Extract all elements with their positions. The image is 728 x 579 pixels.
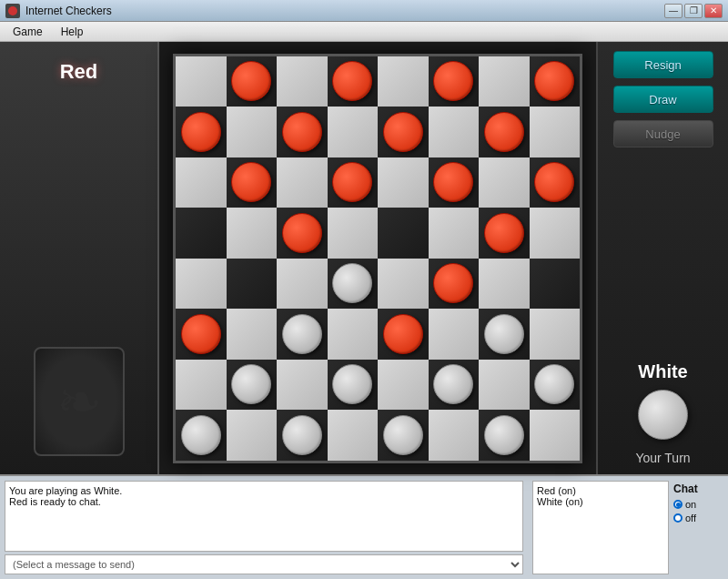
piece-red-1-2[interactable] xyxy=(282,112,322,152)
piece-white-7-4[interactable] xyxy=(383,415,423,455)
cell-7-1[interactable] xyxy=(227,410,278,461)
cell-2-2[interactable] xyxy=(277,157,328,208)
cell-2-4[interactable] xyxy=(378,157,429,208)
cell-0-6[interactable] xyxy=(479,56,530,107)
nudge-button[interactable]: Nudge xyxy=(613,120,713,147)
piece-white-5-2[interactable] xyxy=(282,314,322,354)
piece-red-2-3[interactable] xyxy=(332,162,372,202)
piece-red-5-0[interactable] xyxy=(181,314,221,354)
cell-6-0[interactable] xyxy=(176,360,227,411)
cell-1-3[interactable] xyxy=(328,107,379,157)
cell-3-2[interactable] xyxy=(277,208,328,259)
cell-4-0[interactable] xyxy=(176,259,227,310)
chat-off-radio[interactable] xyxy=(673,513,682,523)
piece-red-1-4[interactable] xyxy=(383,112,423,152)
cell-1-0[interactable] xyxy=(176,107,227,157)
piece-white-7-2[interactable] xyxy=(282,415,322,455)
cell-1-4[interactable] xyxy=(378,107,429,157)
cell-3-7[interactable] xyxy=(530,208,581,259)
cell-2-6[interactable] xyxy=(479,157,530,208)
menu-help[interactable]: Help xyxy=(52,24,93,40)
piece-white-7-6[interactable] xyxy=(484,415,524,455)
cell-4-6[interactable] xyxy=(479,259,530,310)
cell-7-7[interactable] xyxy=(530,410,581,461)
cell-7-2[interactable] xyxy=(277,410,328,461)
cell-7-6[interactable] xyxy=(479,410,530,461)
chat-on-radio[interactable] xyxy=(673,500,682,509)
piece-red-3-6[interactable] xyxy=(484,213,524,253)
cell-1-5[interactable] xyxy=(429,107,480,157)
piece-red-1-6[interactable] xyxy=(484,112,524,152)
menu-game[interactable]: Game xyxy=(4,24,52,40)
cell-0-1[interactable] xyxy=(227,56,278,107)
cell-4-2[interactable] xyxy=(277,259,328,310)
cell-7-4[interactable] xyxy=(378,410,429,461)
cell-7-5[interactable] xyxy=(429,410,480,461)
cell-5-6[interactable] xyxy=(479,309,530,360)
cell-5-0[interactable] xyxy=(176,309,227,360)
draw-button[interactable]: Draw xyxy=(613,86,713,113)
piece-white-6-1[interactable] xyxy=(231,364,271,404)
piece-red-2-1[interactable] xyxy=(231,162,271,202)
cell-5-4[interactable] xyxy=(378,309,429,360)
cell-1-6[interactable] xyxy=(479,107,530,157)
cell-3-3[interactable] xyxy=(328,208,379,259)
cell-3-6[interactable] xyxy=(479,208,530,259)
cell-5-1[interactable] xyxy=(227,309,278,360)
cell-5-3[interactable] xyxy=(328,309,379,360)
cell-6-6[interactable] xyxy=(479,360,530,411)
cell-3-5[interactable] xyxy=(429,208,480,259)
cell-4-4[interactable] xyxy=(378,259,429,310)
piece-red-2-5[interactable] xyxy=(433,162,473,202)
minimize-button[interactable]: — xyxy=(664,4,682,18)
resign-button[interactable]: Resign xyxy=(613,51,713,78)
piece-white-5-6[interactable] xyxy=(484,314,524,354)
cell-0-5[interactable] xyxy=(429,56,480,107)
cell-0-0[interactable] xyxy=(176,56,227,107)
restore-button[interactable]: ❐ xyxy=(684,4,703,18)
cell-2-1[interactable] xyxy=(227,157,278,208)
cell-0-3[interactable] xyxy=(328,56,379,107)
cell-2-0[interactable] xyxy=(176,157,227,208)
piece-white-6-5[interactable] xyxy=(433,364,473,404)
cell-0-7[interactable] xyxy=(530,56,581,107)
piece-red-2-7[interactable] xyxy=(534,162,574,202)
cell-1-2[interactable] xyxy=(277,107,328,157)
cell-1-1[interactable] xyxy=(227,107,278,157)
cell-1-7[interactable] xyxy=(530,107,581,157)
piece-red-4-5[interactable] xyxy=(433,263,473,303)
close-button[interactable]: ✕ xyxy=(704,4,723,18)
cell-2-5[interactable] xyxy=(429,157,480,208)
cell-4-3[interactable] xyxy=(328,259,379,310)
piece-red-3-2[interactable] xyxy=(282,213,322,253)
checkers-board[interactable] xyxy=(173,54,582,463)
cell-6-5[interactable] xyxy=(429,360,480,411)
cell-4-5[interactable] xyxy=(429,259,480,310)
cell-3-4[interactable] xyxy=(378,208,429,259)
cell-3-1[interactable] xyxy=(227,208,278,259)
cell-6-3[interactable] xyxy=(328,360,379,411)
cell-6-1[interactable] xyxy=(227,360,278,411)
piece-red-0-3[interactable] xyxy=(332,61,372,101)
chat-message-select[interactable]: (Select a message to send) xyxy=(5,554,523,574)
cell-0-2[interactable] xyxy=(277,56,328,107)
cell-2-7[interactable] xyxy=(530,157,581,208)
cell-4-7[interactable] xyxy=(530,259,581,310)
piece-white-7-0[interactable] xyxy=(181,415,221,455)
piece-red-5-4[interactable] xyxy=(383,314,423,354)
cell-6-4[interactable] xyxy=(378,360,429,411)
piece-white-6-7[interactable] xyxy=(534,364,574,404)
cell-5-5[interactable] xyxy=(429,309,480,360)
piece-red-0-5[interactable] xyxy=(433,61,473,101)
cell-4-1[interactable] xyxy=(227,259,278,310)
cell-5-7[interactable] xyxy=(530,309,581,360)
cell-2-3[interactable] xyxy=(328,157,379,208)
cell-7-0[interactable] xyxy=(176,410,227,461)
piece-red-1-0[interactable] xyxy=(181,112,221,152)
chat-off-row[interactable]: off xyxy=(673,513,723,523)
piece-white-6-3[interactable] xyxy=(332,364,372,404)
cell-7-3[interactable] xyxy=(328,410,379,461)
cell-3-0[interactable] xyxy=(176,208,227,259)
cell-0-4[interactable] xyxy=(378,56,429,107)
chat-on-row[interactable]: on xyxy=(673,499,723,510)
